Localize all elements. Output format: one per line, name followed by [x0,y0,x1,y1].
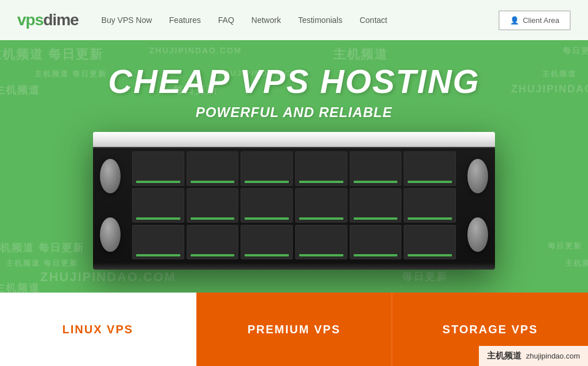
watermark-badge: 主机频道 zhujipindao.com [479,346,588,366]
watermark-17: 主机频道 [565,258,588,268]
drive-bay-11 [350,188,402,223]
client-area-label: Client Area [523,16,559,25]
watermark-4: 每日更新 [563,46,588,56]
nav-testimonials[interactable]: Testimonials [298,15,342,25]
chassis-top [93,132,495,147]
server-image [79,132,509,293]
badge-logo-chinese: 主机频道 [487,351,521,360]
drive-bay-3 [241,151,293,186]
watermark-2: ZHUJIPINDAO.COM [149,46,242,55]
drive-bay-1 [132,151,184,186]
drive-bay-12 [404,188,456,223]
nav-buy-vps[interactable]: Buy VPS Now [102,15,152,25]
tab-linux-vps[interactable]: LINUX VPS [0,293,196,366]
nav-features[interactable]: Features [169,15,201,25]
drive-bay-16 [295,225,347,259]
drive-bay-17 [350,225,402,259]
drive-bay-10 [295,188,347,223]
drive-bay-7 [132,188,184,223]
watermark-3: 主机频道 [333,46,388,63]
drive-bay-14 [187,225,239,259]
drive-bay-9 [241,188,293,223]
hero-section: 主机频道 每日更新 ZHUJIPINDAO.COM 主机频道 每日更新 主机频道… [0,0,588,293]
hero-content: CHEAP VPS HOSTING POWERFUL AND RELIABLE [0,63,588,120]
badge-url: zhujipindao.com [526,352,580,360]
badge-logo-text: 主机频道 [487,351,521,361]
logo-vps: vps [17,11,43,29]
watermark-14: 每日更新 [548,241,582,251]
handle-knob-right-bottom [467,217,488,252]
watermark-11: 主机频道 每日更新 [0,241,84,255]
hero-title: CHEAP VPS HOSTING [0,63,588,100]
nav-faq[interactable]: FAQ [218,15,234,25]
watermark-20: 主机频道 [0,281,40,293]
server-chassis [93,132,495,270]
handle-knob-left-bottom [100,217,121,252]
drive-bay-13 [132,225,184,259]
handle-knob-right-top [467,159,488,193]
handle-knob-left-top [100,159,121,193]
drive-bay-15 [241,225,293,259]
watermark-15: 主机频道 每日更新 [6,258,78,268]
drive-bay-4 [295,151,347,186]
header: vpsdime Buy VPS Now Features FAQ Network… [0,0,588,40]
drive-bay-2 [187,151,239,186]
drive-bay-6 [404,151,456,186]
drive-bay-5 [350,151,402,186]
server-unit [93,132,495,270]
logo-dime: dime [43,11,78,29]
watermark-1: 主机频道 每日更新 [0,46,103,63]
tab-premium-vps[interactable]: PREMIUM VPS [196,293,393,366]
drive-bay-8 [187,188,239,223]
nav-network[interactable]: Network [252,15,281,25]
drive-bay-18 [404,225,456,259]
user-icon: 👤 [510,16,519,25]
handle-right [465,147,490,264]
nav-contact[interactable]: Contact [359,15,387,25]
handle-left [98,147,123,264]
drive-bay-area [127,147,461,264]
client-area-button[interactable]: 👤 Client Area [498,10,571,30]
hero-subtitle: POWERFUL AND RELIABLE [0,104,588,120]
site-logo[interactable]: vpsdime [17,11,79,29]
main-nav: Buy VPS Now Features FAQ Network Testimo… [102,15,499,25]
